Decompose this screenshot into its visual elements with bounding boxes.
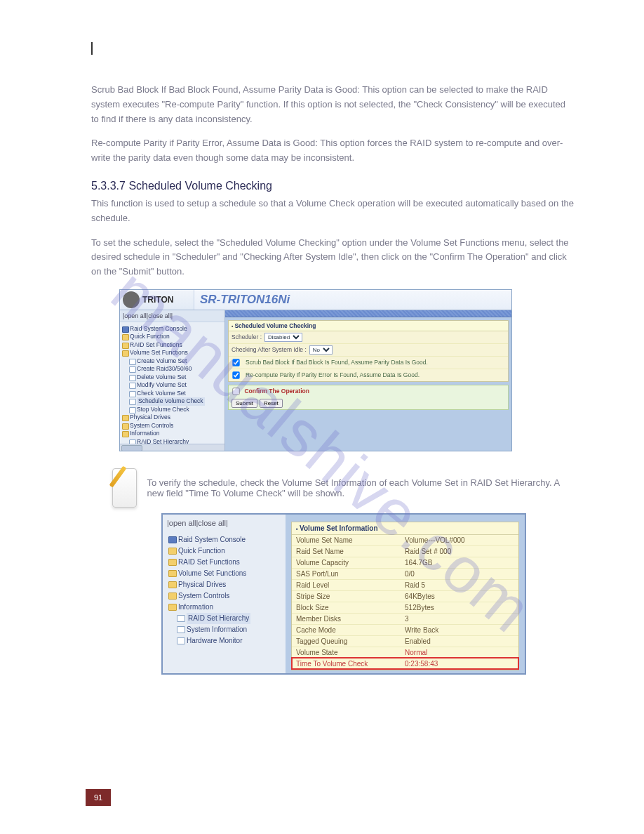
info-content-pane: Volume Set Information Volume Set NameVo…	[286, 515, 525, 673]
tree2-quick-function[interactable]: Quick Function	[167, 545, 281, 557]
tree-system-controls[interactable]: System Controls	[121, 422, 223, 430]
scrub-checkbox[interactable]	[232, 359, 239, 366]
tree2-hardware-monitor[interactable]: Hardware Monitor	[175, 635, 281, 647]
logo: TRITON	[120, 290, 194, 310]
info-key: Raid Level	[292, 579, 401, 590]
nav-sidebar: |open all|close all| Raid System Console…	[120, 310, 225, 451]
tree-schedule-volume-check[interactable]: Schedule Volume Check	[128, 397, 223, 405]
table-row: Volume Set NameVolume---VOL#000	[292, 535, 518, 546]
info-value: 64KBytes	[401, 590, 518, 602]
scheduler-select[interactable]: Disabled	[264, 333, 302, 342]
info-key: Raid Set Name	[292, 545, 401, 557]
tree-toggle-controls-2[interactable]: |open all|close all|	[167, 519, 281, 527]
tree-quick-function[interactable]: Quick Function	[121, 333, 223, 340]
info-value: 512Bytes	[401, 602, 518, 613]
raid-admin-window: TRITON SR-TRITON16Ni |open all|close all…	[119, 289, 512, 451]
tree2-system-controls[interactable]: System Controls	[167, 590, 281, 602]
tree2-system-information[interactable]: System Information	[175, 624, 281, 635]
tree-root[interactable]: Raid System Console	[121, 325, 223, 333]
info-key: Member Disks	[292, 613, 401, 624]
tree2-information[interactable]: Information	[167, 602, 281, 613]
info-value: 164.7GB	[401, 557, 518, 568]
table-row: Cache ModeWrite Back	[292, 624, 518, 635]
tree-physical-drives[interactable]: Physical Drives	[121, 413, 223, 421]
info-key: Volume State	[292, 647, 401, 658]
info-value: Write Back	[401, 624, 518, 635]
submit-button[interactable]: Submit	[232, 399, 257, 408]
info-value: Raid Set # 000	[401, 545, 518, 557]
window-header: TRITON SR-TRITON16Ni	[120, 290, 511, 310]
info-table-title: Volume Set Information	[292, 522, 518, 535]
scrub-label: Scrub Bad Block If Bad Block Is Found, A…	[246, 359, 428, 366]
info-key: SAS Port/Lun	[292, 568, 401, 579]
tree2-physical-drives[interactable]: Physical Drives	[167, 579, 281, 590]
note-icon	[112, 468, 137, 508]
tree-volumeset-functions[interactable]: Volume Set Functions	[121, 349, 223, 357]
idle-select[interactable]: No	[309, 345, 333, 355]
info-key: Block Size	[292, 602, 401, 613]
info-key: Time To Volume Check	[292, 658, 401, 669]
tree-stop-volume-check[interactable]: Stop Volume Check	[128, 406, 223, 413]
info-value: 0/0	[401, 568, 518, 579]
scheduler-label: Scheduler :	[232, 333, 262, 340]
content-titlebar	[225, 310, 511, 317]
info-key: Stripe Size	[292, 590, 401, 602]
volume-info-table: Volume Set NameVolume---VOL#000Raid Set …	[292, 535, 518, 670]
scheduled-check-panel: Scheduled Volume Checking Scheduler : Di…	[228, 320, 509, 382]
info-key: Volume Capacity	[292, 557, 401, 568]
info-value: Enabled	[401, 635, 518, 647]
table-row: Tagged QueuingEnabled	[292, 635, 518, 647]
table-row: Time To Volume Check0:23:58:43	[292, 658, 518, 669]
table-row: Raid Set NameRaid Set # 000	[292, 545, 518, 557]
info-nav-sidebar: |open all|close all| Raid System Console…	[163, 515, 286, 673]
table-row: SAS Port/Lun0/0	[292, 568, 518, 579]
logo-icon	[123, 291, 140, 308]
table-row: Block Size512Bytes	[292, 602, 518, 613]
tree-information[interactable]: Information	[121, 430, 223, 437]
confirm-checkbox[interactable]	[232, 388, 239, 395]
option1-description: Scrub Bad Block If Bad Block Found, Assu…	[91, 83, 574, 126]
section-body-2: To set the schedule, select the "Schedul…	[91, 236, 574, 279]
tree-create-volume-set[interactable]: Create Volume Set	[128, 357, 223, 365]
info-value: 3	[401, 613, 518, 624]
info-value: Raid 5	[401, 579, 518, 590]
info-value: Volume---VOL#000	[401, 535, 518, 546]
table-row: Member Disks3	[292, 613, 518, 624]
horizontal-scrollbar[interactable]	[120, 444, 224, 451]
model-title: SR-TRITON16Ni	[194, 290, 511, 310]
tree-raidset-functions[interactable]: RAID Set Functions	[121, 341, 223, 349]
confirm-label: Confirm The Operation	[244, 388, 309, 395]
tree2-root[interactable]: Raid System Console	[167, 534, 281, 545]
tree2-volumeset-functions[interactable]: Volume Set Functions	[167, 568, 281, 579]
info-value: 0:23:58:43	[401, 658, 518, 669]
tree-toggle-controls[interactable]: |open all|close all|	[120, 310, 224, 322]
info-value: Normal	[401, 647, 518, 658]
note-text: To verify the schedule, check the Volume…	[147, 477, 574, 498]
volume-info-window: |open all|close all| Raid System Console…	[161, 513, 526, 675]
table-row: Volume Capacity164.7GB	[292, 557, 518, 568]
page-number: 91	[86, 789, 111, 806]
table-row: Raid LevelRaid 5	[292, 579, 518, 590]
tree2-raidset-hierarchy[interactable]: RAID Set Hierarchy	[175, 613, 281, 624]
panel-title: Scheduled Volume Checking	[229, 321, 508, 331]
recompute-label: Re-compute Parity If Parity Error Is Fou…	[246, 371, 420, 378]
info-key: Volume Set Name	[292, 535, 401, 546]
logo-text: TRITON	[142, 295, 173, 305]
table-row: Volume StateNormal	[292, 647, 518, 658]
content-pane: Scheduled Volume Checking Scheduler : Di…	[225, 310, 511, 451]
tree-check-volume-set[interactable]: Check Volume Set	[128, 390, 223, 397]
reset-button[interactable]: Reset	[260, 399, 283, 408]
option2-description: Re-compute Parity if Parity Error, Assum…	[91, 136, 574, 166]
recompute-checkbox[interactable]	[232, 371, 239, 378]
info-key: Cache Mode	[292, 624, 401, 635]
tree-create-raid305060[interactable]: Create Raid30/50/60	[128, 365, 223, 373]
section-heading: 5.3.3.7 Scheduled Volume Checking	[91, 180, 574, 192]
table-row: Stripe Size64KBytes	[292, 590, 518, 602]
text-cursor	[91, 42, 93, 55]
idle-label: Checking After System Idle :	[232, 346, 307, 353]
tree-modify-volume-set[interactable]: Modify Volume Set	[128, 381, 223, 389]
tree2-raidset-functions[interactable]: RAID Set Functions	[167, 557, 281, 568]
tree-delete-volume-set[interactable]: Delete Volume Set	[128, 373, 223, 381]
section-body-1: This function is used to setup a schedul…	[91, 197, 574, 226]
confirm-panel: Confirm The Operation Submit Reset	[228, 385, 509, 410]
